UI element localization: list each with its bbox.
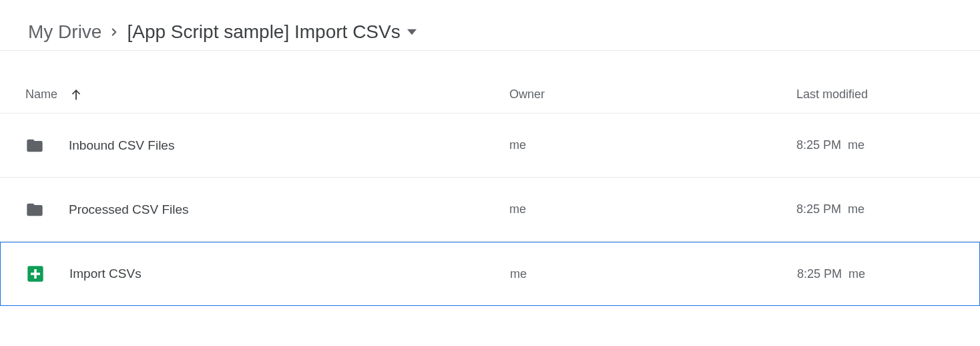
- column-header-name[interactable]: Name: [25, 88, 509, 102]
- column-header-modified-label: Last modified: [796, 88, 868, 101]
- modified-by: me: [848, 202, 865, 216]
- cell-name: Processed CSV Files: [25, 200, 509, 220]
- column-header-name-label: Name: [25, 88, 57, 102]
- column-header-owner[interactable]: Owner: [509, 88, 796, 102]
- cell-name: Import CSVs: [26, 264, 510, 284]
- breadcrumb-root[interactable]: My Drive: [28, 19, 101, 45]
- cell-modified: 8:25 PMme: [796, 202, 980, 216]
- modified-by: me: [848, 267, 865, 281]
- table-row[interactable]: Import CSVsme8:25 PMme: [0, 242, 980, 306]
- file-name: Processed CSV Files: [69, 202, 189, 217]
- file-list: Inbound CSV Filesme8:25 PMmeProcessed CS…: [0, 114, 980, 306]
- modified-time: 8:25 PM: [796, 202, 841, 216]
- folder-icon: [25, 200, 45, 220]
- arrow-up-icon: [69, 88, 83, 102]
- column-header-owner-label: Owner: [509, 88, 545, 101]
- table-header: Name Owner Last modified: [0, 76, 980, 114]
- cell-owner: me: [509, 138, 796, 152]
- cell-owner: me: [509, 202, 796, 216]
- folder-icon: [25, 136, 45, 156]
- cell-modified: 8:25 PMme: [797, 267, 979, 281]
- column-header-modified[interactable]: Last modified: [796, 88, 980, 102]
- breadcrumb-current[interactable]: [App Script sample] Import CSVs: [127, 19, 416, 45]
- file-name: Import CSVs: [69, 267, 142, 281]
- table-row[interactable]: Processed CSV Filesme8:25 PMme: [0, 178, 980, 242]
- cell-owner: me: [510, 267, 797, 281]
- chevron-right-icon: [108, 26, 120, 38]
- breadcrumb: My Drive [App Script sample] Import CSVs: [0, 13, 980, 51]
- modified-time: 8:25 PM: [796, 138, 841, 152]
- modified-time: 8:25 PM: [797, 267, 842, 281]
- caret-down-icon: [407, 27, 417, 37]
- table-row[interactable]: Inbound CSV Filesme8:25 PMme: [0, 114, 980, 178]
- modified-by: me: [848, 138, 865, 152]
- breadcrumb-current-label: [App Script sample] Import CSVs: [127, 19, 400, 45]
- cell-name: Inbound CSV Files: [25, 136, 509, 156]
- sheets-icon: [26, 264, 46, 284]
- cell-modified: 8:25 PMme: [796, 138, 980, 152]
- file-name: Inbound CSV Files: [69, 138, 174, 153]
